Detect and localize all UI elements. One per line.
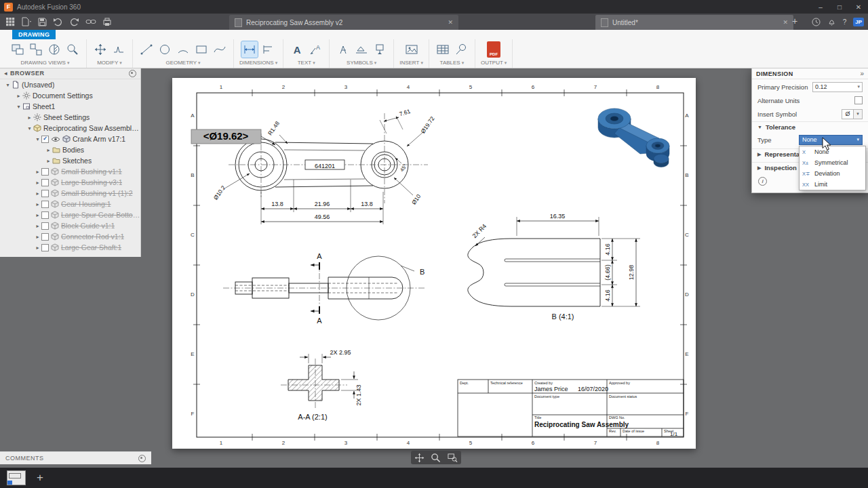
group-label[interactable]: DIMENSIONS xyxy=(239,60,274,66)
datum-identifier-icon[interactable] xyxy=(372,41,388,58)
pan-icon[interactable] xyxy=(414,453,425,463)
browser-item-bodies[interactable]: ▸ Bodies xyxy=(0,144,140,155)
browser-item-assembly[interactable]: ▾ Reciprocating Saw Assembly v2:1 xyxy=(0,123,140,134)
view-b-label[interactable]: B (4:1) xyxy=(551,312,574,321)
caret-right-icon[interactable]: ▸ xyxy=(45,158,52,164)
option-limit[interactable]: XX Limit xyxy=(800,179,865,190)
table-icon[interactable] xyxy=(435,41,451,58)
browser-item-document-settings[interactable]: ▸ Document Settings xyxy=(0,90,140,101)
link-icon[interactable] xyxy=(85,18,96,26)
caret-right-icon[interactable]: ▸ xyxy=(34,180,41,186)
drawing-sheet[interactable]: 12345678 12345678 ABCDEF ABCDEF 641201 <… xyxy=(172,78,696,449)
browser-item-sheet1[interactable]: ▾ Sheet1 xyxy=(0,101,140,112)
visibility-checkbox[interactable] xyxy=(41,179,49,186)
caret-right-icon[interactable]: ▸ xyxy=(34,212,41,218)
rectangle-tool-icon[interactable] xyxy=(193,41,210,58)
group-label[interactable]: GEOMETRY xyxy=(165,60,197,66)
tab-close-icon[interactable]: ✕ xyxy=(776,19,788,26)
move-icon[interactable] xyxy=(92,41,108,58)
surface-texture-icon[interactable] xyxy=(335,41,351,58)
visibility-checkbox[interactable] xyxy=(41,190,49,197)
notification-bell-icon[interactable] xyxy=(827,18,836,26)
redo-icon[interactable] xyxy=(69,18,79,26)
job-status-icon[interactable] xyxy=(812,18,821,26)
detail-b-label[interactable]: B xyxy=(420,268,425,276)
browser-item-gear-shaft[interactable]: ▸ Large Gear Shaft:1 xyxy=(0,242,140,253)
maximize-button[interactable]: □ xyxy=(830,0,849,14)
group-label[interactable]: INSERT xyxy=(399,60,419,66)
caret-down-icon[interactable]: ▾ xyxy=(4,82,12,88)
primary-precision-select[interactable]: 0.12 ▾ xyxy=(812,82,863,92)
comments-expand-icon[interactable] xyxy=(138,455,146,462)
browser-item-spur-gear[interactable]: ▸ Large Spur Gear Bottom Up... xyxy=(0,209,140,220)
zoom-window-icon[interactable] xyxy=(448,453,458,463)
view-aa-label[interactable]: A-A (2:1) xyxy=(298,413,327,421)
view-detail-b[interactable] xyxy=(468,239,600,306)
browser-item-sketches[interactable]: ▸ Sketches xyxy=(0,155,140,166)
browser-item-crank-arm[interactable]: ▾ ✓ Crank Arm v17:1 xyxy=(0,134,140,144)
caret-down-icon[interactable]: ▾ xyxy=(26,125,33,131)
leader-text-icon[interactable]: A xyxy=(307,41,323,58)
caret-right-icon[interactable]: ▸ xyxy=(15,93,22,99)
text-tool-icon[interactable]: A xyxy=(289,41,305,58)
part-number-label[interactable]: 641201 xyxy=(315,163,335,169)
browser-item-unsaved[interactable]: ▾ (Unsaved) xyxy=(0,79,140,90)
dimension-tool-icon[interactable] xyxy=(241,41,258,58)
selected-dimension[interactable]: <Ø19.62> xyxy=(191,129,275,145)
group-label[interactable]: SYMBOLS xyxy=(347,60,373,66)
new-document-button[interactable]: + xyxy=(789,16,801,26)
tab-close-icon[interactable]: ✕ xyxy=(441,19,453,26)
option-symmetrical[interactable]: X± Symmetrical xyxy=(800,157,865,168)
save-icon[interactable] xyxy=(38,18,47,26)
document-tab-saw-assembly[interactable]: Reciprocating Saw Assembly v2 ✕ xyxy=(229,15,458,30)
dimension-annotations[interactable]: R1.48 7.61 Ø19.72 45° Ø10.2 Ø10 xyxy=(212,108,436,206)
browser-item-sheet-settings[interactable]: ▸ Sheet Settings xyxy=(0,112,140,123)
workspace-tab-drawing[interactable]: DRAWING xyxy=(12,30,56,39)
detail-view-icon[interactable] xyxy=(64,41,81,58)
help-icon[interactable]: ? xyxy=(843,18,847,26)
insert-image-icon[interactable] xyxy=(403,41,420,58)
sheet-tab-thumbnail[interactable] xyxy=(7,470,26,485)
document-tab-untitled[interactable]: Untitled* ✕ xyxy=(595,15,793,30)
projected-view-icon[interactable] xyxy=(28,41,44,58)
section-view-icon[interactable] xyxy=(46,41,62,58)
browser-item-small-bushing-2[interactable]: ▸ Small Bushing v1 (1):2 xyxy=(0,188,140,199)
option-deviation[interactable]: X∓ Deviation xyxy=(800,168,865,179)
panel-pin-icon[interactable] xyxy=(129,70,136,77)
alternate-units-checkbox[interactable] xyxy=(854,96,863,104)
arc-tool-icon[interactable] xyxy=(175,41,191,58)
detail-b-dimensions[interactable]: 16.35 4.16 (4.66) 4.16 12.98 2X R4 xyxy=(471,213,640,306)
group-label[interactable]: OUTPUT xyxy=(481,60,503,66)
balloon-icon[interactable] xyxy=(453,41,469,58)
browser-item-large-bushing[interactable]: ▸ Large Bushing v3:1 xyxy=(0,177,140,188)
caret-right-icon[interactable]: ▸ xyxy=(34,234,41,240)
profile-badge[interactable]: JP xyxy=(853,18,864,26)
minimize-button[interactable]: – xyxy=(811,0,830,14)
insert-symbol-dropdown[interactable]: ▾ xyxy=(854,109,863,119)
output-pdf-icon[interactable]: PDF xyxy=(486,41,502,58)
caret-right-icon[interactable]: ▸ xyxy=(34,169,41,175)
caret-right-icon[interactable]: ▸ xyxy=(34,223,41,229)
insert-symbol-button[interactable]: Ø xyxy=(842,109,854,119)
browser-item-connector-rod[interactable]: ▸ Connector Rod v1:1 xyxy=(0,231,140,242)
zoom-icon[interactable] xyxy=(431,453,441,463)
view-section-aa[interactable]: 2X 2.95 2X 1.43 xyxy=(281,349,362,408)
eye-icon[interactable] xyxy=(51,136,60,142)
caret-down-icon[interactable]: ▾ xyxy=(15,104,22,110)
break-icon[interactable] xyxy=(111,41,127,58)
visibility-checkbox[interactable] xyxy=(41,222,49,230)
circle-tool-icon[interactable] xyxy=(157,41,173,58)
browser-collapse-icon[interactable]: ◂ xyxy=(4,70,7,77)
group-label[interactable]: TABLES xyxy=(440,60,460,66)
browser-item-block-guide[interactable]: ▸ Block Guide v1:1 xyxy=(0,220,140,231)
welding-symbol-icon[interactable] xyxy=(353,41,370,58)
browser-item-small-bushing-1[interactable]: ▸ Small Bushing v1:1 xyxy=(0,166,140,177)
visibility-checkbox[interactable] xyxy=(41,233,49,241)
group-label[interactable]: MODIFY xyxy=(97,60,118,66)
group-label[interactable]: DRAWING VIEWS xyxy=(21,60,66,66)
caret-right-icon[interactable]: ▸ xyxy=(34,245,41,251)
ordinate-dimension-icon[interactable] xyxy=(260,41,276,58)
visibility-checkbox-checked[interactable]: ✓ xyxy=(41,136,49,143)
collapse-panel-icon[interactable]: » xyxy=(860,70,864,77)
view-crank-arm-front[interactable] xyxy=(229,113,428,203)
